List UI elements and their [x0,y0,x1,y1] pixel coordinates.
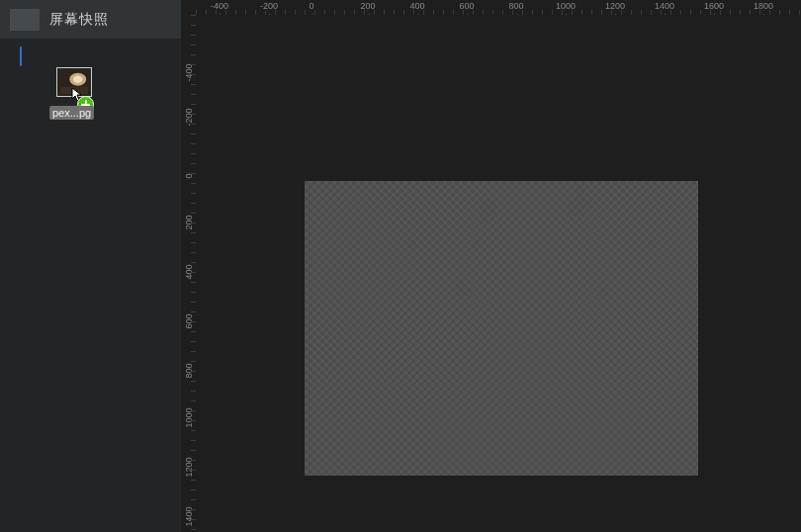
dragged-thumb[interactable] [56,67,92,97]
ruler-top: -400 -200 0 200 400 600 800 1000 1200 14… [196,0,801,15]
ruler-left: -400 -200 0 200 400 600 800 1000 1200 14… [181,15,196,532]
ruler-origin [181,0,196,15]
ruler-tick: 1200 [605,1,625,11]
ruler-tick: 1600 [704,1,724,11]
svg-rect-3 [60,87,88,94]
ruler-tick: 1800 [754,1,773,11]
selection-indicator [20,46,22,66]
media-panel: 屏幕快照 pex...pg [0,0,185,532]
photo-thumb-icon [56,67,92,97]
empty-document-canvas[interactable] [305,181,698,476]
panel-thumb-icon [10,9,40,31]
panel-title: 屏幕快照 [49,11,109,29]
svg-point-2 [73,75,82,82]
ruler-tick: 1000 [556,1,576,11]
canvas-viewport[interactable] [196,15,801,532]
ruler-tick: 0 [184,169,194,184]
ruler-tick: 1400 [655,1,674,11]
ruler-tick: 0 [309,1,313,11]
drag-filename-label: pex...pg [49,106,94,120]
panel-header: 屏幕快照 [0,0,185,39]
